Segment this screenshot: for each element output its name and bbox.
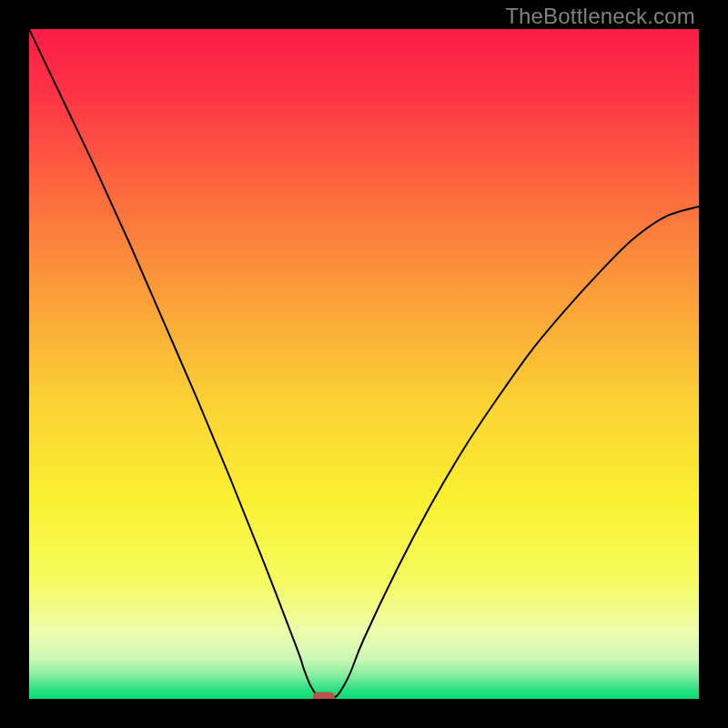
optimal-marker xyxy=(313,693,335,700)
chart-svg xyxy=(29,29,699,699)
gradient-background xyxy=(29,29,699,699)
chart-frame: TheBottleneck.com xyxy=(0,0,728,728)
plot-area xyxy=(29,29,699,699)
watermark-text: TheBottleneck.com xyxy=(505,4,695,29)
